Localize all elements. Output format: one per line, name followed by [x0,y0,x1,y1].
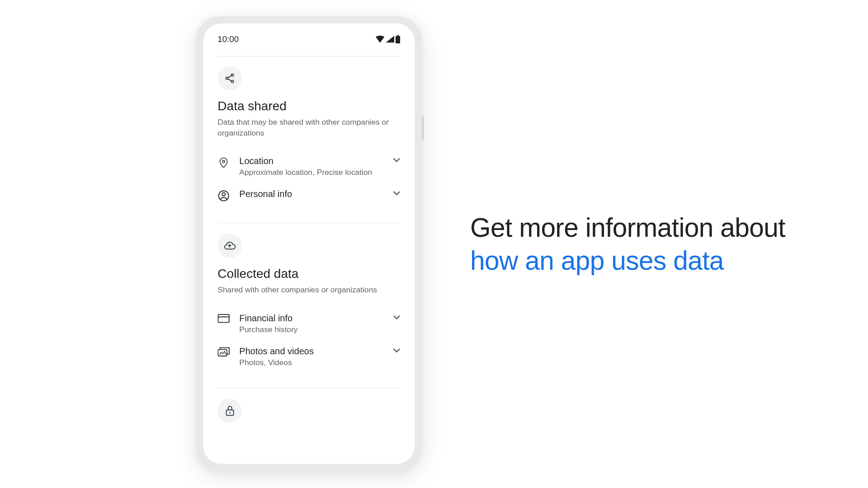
cellular-icon [386,36,394,43]
item-sub: Photos, Videos [239,357,383,366]
status-icons [376,35,401,43]
item-sub: Approximate location, Precise location [239,168,383,177]
item-personal-info[interactable]: Personal info [217,183,400,208]
svg-point-2 [231,74,233,76]
item-title: Financial info [239,312,383,323]
svg-line-6 [228,79,231,81]
battery-icon [396,35,401,43]
chevron-down-icon [393,312,400,319]
lock-icon [217,399,241,422]
svg-rect-1 [396,36,400,43]
svg-point-9 [222,193,225,196]
section-subtitle: Data that may be shared with other compa… [217,117,400,139]
phone-side-button [422,116,424,140]
item-title: Personal info [239,189,383,199]
section-title: Data shared [217,99,400,113]
cloud-upload-icon [217,234,241,258]
section-subtitle: Shared with other companies or organizat… [217,285,400,296]
item-financial-info[interactable]: Financial info Purchase history [217,306,400,339]
phone-screen: 10:00 [203,23,415,464]
divider [217,387,400,388]
share-icon [217,66,241,90]
section-title: Collected data [217,267,400,281]
status-bar: 10:00 [217,23,400,51]
media-icon [217,346,230,357]
svg-rect-0 [397,35,399,36]
chevron-down-icon [393,189,400,196]
headline-line1: Get more information about [470,213,785,242]
chevron-down-icon [393,346,400,353]
divider [217,222,400,223]
status-time: 10:00 [217,34,239,44]
svg-point-7 [222,160,225,163]
svg-line-5 [228,76,231,78]
location-icon [217,155,230,169]
headline: Get more information about how an app us… [470,211,785,277]
divider [217,56,400,56]
credit-card-icon [217,312,230,323]
item-sub: Purchase history [239,324,383,333]
section-data-shared: Data shared Data that may be shared with… [217,66,400,219]
svg-point-14 [229,412,230,413]
item-title: Photos and videos [239,346,383,356]
chevron-down-icon [393,155,400,163]
wifi-icon [376,36,385,43]
person-icon [217,189,230,202]
headline-line2: how an app uses data [470,246,724,275]
item-photos-videos[interactable]: Photos and videos Photos, Videos [217,339,400,372]
phone-frame: 10:00 [196,16,422,471]
svg-point-3 [226,77,228,80]
item-title: Location [239,155,383,166]
svg-point-4 [231,80,233,83]
item-location[interactable]: Location Approximate location, Precise l… [217,150,400,183]
section-collected-data: Collected data Shared with other compani… [217,234,400,384]
svg-rect-10 [218,314,229,322]
